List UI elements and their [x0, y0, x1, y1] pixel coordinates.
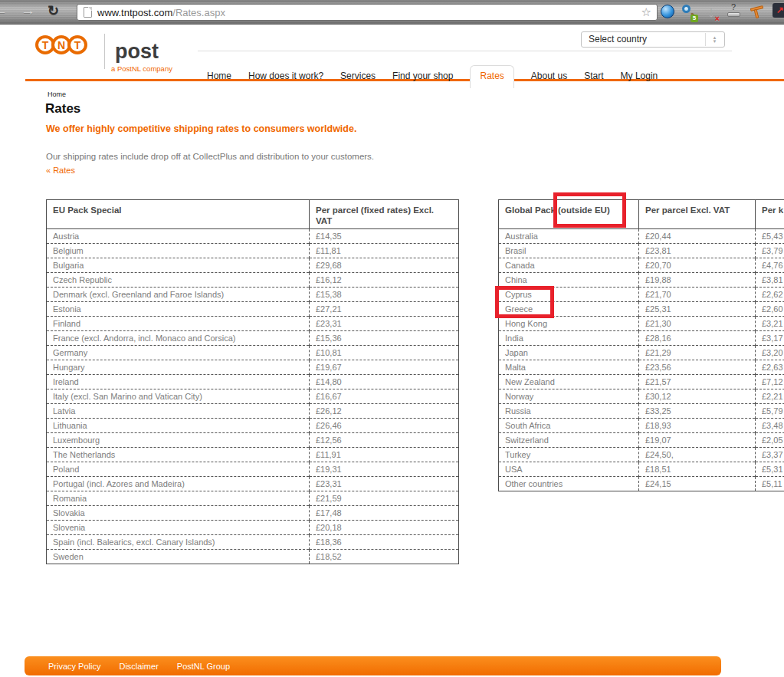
- table-cell: Malta: [499, 360, 639, 375]
- table-cell: £18,51: [639, 462, 756, 477]
- extension-help-icon[interactable]: ?: [725, 4, 742, 21]
- table-row: Spain (incl. Balearics, excl. Canary Isl…: [47, 535, 459, 550]
- table-cell: £19,31: [310, 462, 459, 477]
- table-row: Bulgaria£29,68: [47, 258, 459, 273]
- page-icon: [84, 7, 92, 18]
- breadcrumb[interactable]: Home: [48, 90, 66, 98]
- table-row: Hungary£19,67: [47, 360, 459, 375]
- table-cell: £5,31: [756, 462, 784, 477]
- table-cell: £18,93: [639, 419, 756, 433]
- table-cell: £5,11: [756, 477, 784, 491]
- spinner-down-icon: ▼: [713, 40, 717, 44]
- nav-item-how-does-it-work[interactable]: How does it work?: [248, 66, 323, 81]
- table-cell: £28,16: [639, 331, 756, 346]
- dropdown-spinner-icon[interactable]: ▲ ▼: [705, 33, 723, 46]
- column-header: EU Pack Special: [47, 200, 310, 229]
- column-header: Per k: [756, 200, 784, 229]
- table-row: India£28,16£3,17: [499, 331, 784, 346]
- table-cell: £24,15: [639, 477, 756, 491]
- table-cell: £26,12: [310, 404, 459, 419]
- table-row: Norway£30,12£2,21: [499, 389, 784, 404]
- table-cell: Poland: [47, 462, 310, 477]
- table-row: Canada£20,70£4,76: [499, 258, 784, 273]
- logo-wordmark: post: [115, 40, 159, 64]
- table-cell: Canada: [499, 258, 639, 273]
- table-cell: £27,21: [310, 302, 459, 317]
- nav-item-about-us[interactable]: About us: [531, 66, 567, 81]
- table-row: Estonia£27,21: [47, 302, 459, 317]
- column-header: Per parcel Excl. VAT: [639, 200, 756, 229]
- page-content: T N T post a PostNL company Select count…: [0, 25, 784, 677]
- highlight-box-cyprus-greece: [495, 286, 554, 318]
- table-row: New Zealand£21,57£7,12: [499, 375, 784, 389]
- table-row: Germany£10,81: [47, 346, 459, 360]
- table-cell: Belgium: [47, 244, 310, 258]
- table-header-row: EU Pack Special Per parcel (fixed rates)…: [47, 200, 459, 229]
- logo-tagline: a PostNL company: [111, 64, 172, 73]
- highlight-box-outside-eu: [553, 192, 626, 228]
- bookmark-star-icon[interactable]: ☆: [641, 5, 651, 19]
- main-navigation: Home How does it work? Services Find you…: [207, 66, 658, 88]
- magnifier-icon: [682, 5, 691, 13]
- url-bar[interactable]: www.tntpost.com /Rates.aspx ☆: [77, 4, 658, 21]
- nav-item-find-your-shop[interactable]: Find your shop: [392, 66, 453, 81]
- download-arrow-icon: ↓: [708, 4, 715, 19]
- nav-item-services[interactable]: Services: [340, 66, 376, 81]
- nav-item-my-login[interactable]: My Login: [621, 66, 658, 81]
- table-cell: £20,70: [639, 258, 756, 273]
- table-cell: £16,12: [310, 273, 459, 288]
- table-cell: £23,81: [639, 244, 756, 258]
- tnt-logo[interactable]: T N T: [35, 35, 87, 54]
- table-row: Lithuania£26,46: [47, 419, 459, 433]
- table-row: Switzerland£19,07£2,05: [499, 433, 784, 448]
- table-cell: Italy (excl. San Marino and Vatican City…: [47, 389, 310, 404]
- table-row: The Netherlands£11,91: [47, 448, 459, 462]
- table-row: China£19,88£3,81: [499, 273, 784, 288]
- table-cell: £19,88: [639, 273, 756, 288]
- table-cell: £33,25: [639, 404, 756, 419]
- table-cell: Brasil: [499, 244, 639, 258]
- table-header-row: Global Pack (outside EU) Per parcel Excl…: [499, 200, 784, 229]
- table-row: Portugal (incl. Azores and Madeira)£23,3…: [47, 477, 459, 491]
- table-cell: £15,38: [310, 288, 459, 302]
- reload-button[interactable]: ↻: [48, 2, 59, 19]
- table-cell: £20,18: [310, 521, 459, 535]
- table-cell: £20,44: [639, 229, 756, 244]
- table-cell: Slovenia: [47, 521, 310, 535]
- back-button[interactable]: ←: [0, 2, 8, 19]
- table-cell: £3,20: [756, 346, 784, 360]
- extension-sphere-icon[interactable]: [659, 4, 676, 21]
- footer-link-disclaimer[interactable]: Disclaimer: [119, 662, 158, 671]
- table-cell: China: [499, 273, 639, 288]
- nav-item-start[interactable]: Start: [584, 66, 603, 81]
- eu-pack-special-table: EU Pack Special Per parcel (fixed rates)…: [46, 199, 459, 564]
- table-cell: £3,17: [756, 331, 784, 346]
- table-row: Japan£21,29£3,20: [499, 346, 784, 360]
- table-cell: Norway: [499, 389, 639, 404]
- footer-link-privacy-policy[interactable]: Privacy Policy: [48, 662, 100, 671]
- table-row: Romania£21,59: [47, 491, 459, 506]
- table-cell: £3,21: [756, 317, 784, 331]
- table-row: Slovenia£20,18: [47, 521, 459, 535]
- select-country-dropdown[interactable]: Select country ▲ ▼: [581, 31, 725, 48]
- nav-item-rates[interactable]: Rates: [470, 65, 513, 88]
- table-cell: Portugal (incl. Azores and Madeira): [47, 477, 310, 491]
- url-host: www.tntpost.com: [97, 7, 172, 18]
- table-cell: Russia: [499, 404, 639, 419]
- url-path: /Rates.aspx: [172, 7, 225, 18]
- table-cell: £4,76: [756, 258, 784, 273]
- forward-button[interactable]: →: [21, 2, 35, 19]
- extension-magnifier-icon[interactable]: 5: [681, 4, 697, 21]
- table-cell: Turkey: [499, 448, 639, 462]
- column-header: Per parcel (fixed rates) Excl. VAT: [310, 200, 459, 229]
- nav-item-home[interactable]: Home: [207, 66, 231, 81]
- extension-download-icon[interactable]: ↓ ×: [703, 4, 720, 21]
- select-country-label: Select country: [589, 34, 647, 44]
- table-row: Poland£19,31: [47, 462, 459, 477]
- table-row: France (excl. Andorra, incl. Monaco and …: [47, 331, 459, 346]
- extension-clipped-icon[interactable]: ↗: [773, 3, 784, 18]
- table-row: Denmark (excl. Greenland and Faroe Islan…: [47, 288, 459, 302]
- extension-tool-icon[interactable]: [749, 4, 766, 21]
- footer-link-postnl-group[interactable]: PostNL Group: [177, 662, 230, 671]
- rates-back-link[interactable]: « Rates: [46, 166, 75, 175]
